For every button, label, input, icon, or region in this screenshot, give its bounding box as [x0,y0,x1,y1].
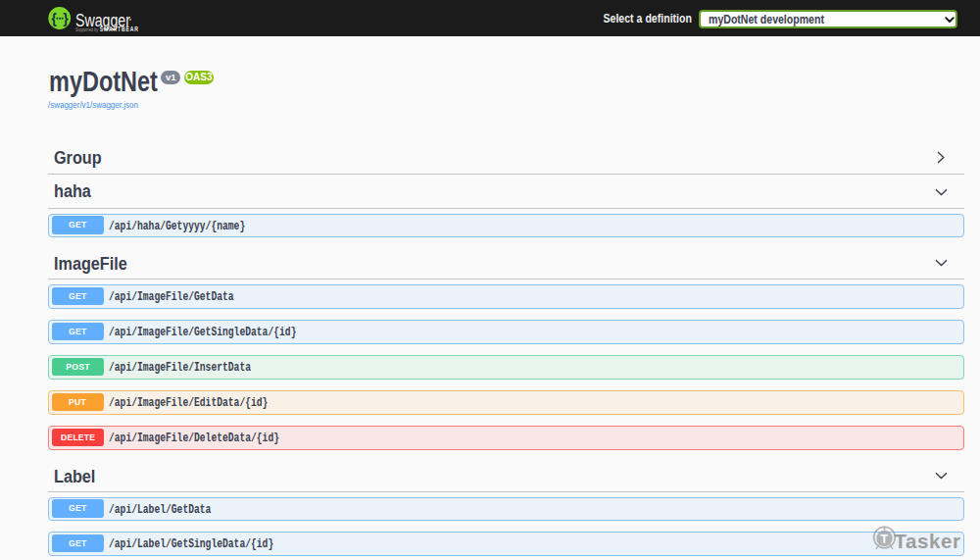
svg-text:T: T [880,532,888,546]
svg-text:{: { [51,10,57,25]
svg-text:}: } [63,10,69,25]
